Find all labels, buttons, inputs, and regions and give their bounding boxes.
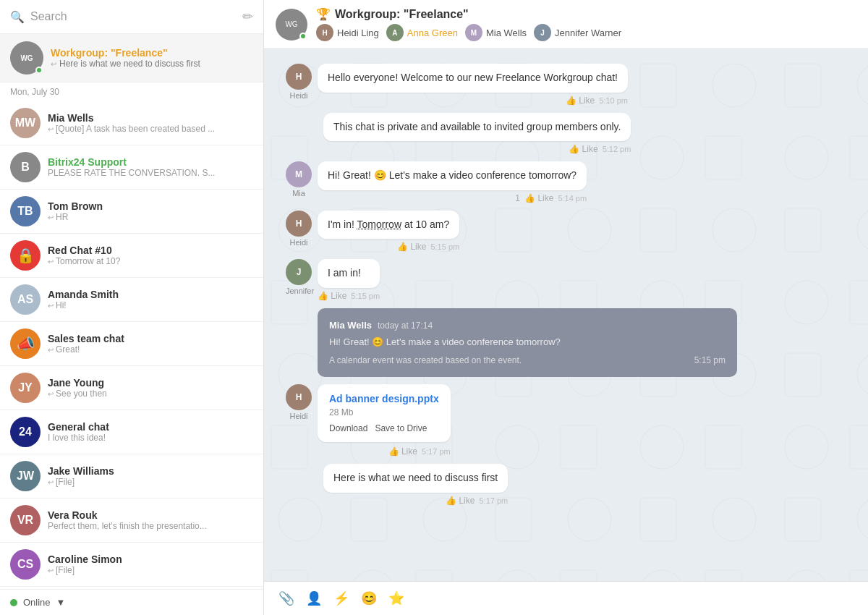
- msg-avatar: H: [286, 384, 312, 410]
- chat-area: WG 🏆 Workgroup: "Freelance" H Heidi Ling…: [264, 0, 868, 615]
- msg-meta: 1 👍 Like 5:14 pm: [318, 193, 587, 203]
- chat-info: Amanda Smith ↩Hi!: [48, 289, 253, 310]
- search-input[interactable]: Search: [30, 10, 237, 23]
- emoji-icon[interactable]: 😊: [361, 590, 377, 606]
- msg-meta: 👍 Like 5:15 pm: [318, 291, 380, 301]
- like-button[interactable]: 👍 Like: [397, 242, 426, 252]
- quoted-footer-text: A calendar event was created based on th…: [329, 354, 522, 367]
- like-button[interactable]: 👍 Like: [524, 193, 553, 203]
- workgroup-title: 🏆 Workgroup: "Freelance": [316, 7, 621, 21]
- chat-list-item[interactable]: AS Amanda Smith ↩Hi!: [0, 278, 263, 322]
- sidebar-footer: Online ▼: [0, 589, 263, 615]
- msg-bubble: Hello everyone! Welcome to our new Freel…: [318, 64, 628, 93]
- star-icon[interactable]: ⭐: [388, 590, 404, 606]
- chat-input-area: 📎 👤 ⚡ 😊 ⭐: [264, 581, 868, 615]
- chat-preview: ↩[Quote] A task has been created based .…: [48, 124, 253, 134]
- chat-list-item[interactable]: 24 General chat I love this idea!: [0, 410, 263, 454]
- compose-icon[interactable]: ✏: [242, 9, 253, 25]
- chat-list-item[interactable]: 🔒 Red Chat #10 ↩Tomorrow at 10?: [0, 234, 263, 278]
- member-item: J Jennifer Warner: [534, 24, 621, 41]
- chat-name: Amanda Smith: [48, 289, 253, 300]
- msg-text: Hello everyone! Welcome to our new Freel…: [328, 72, 618, 83]
- message-row: H Heidi I'm in! Tomorrow at 10 am? 👍 Lik…: [286, 211, 846, 253]
- quoted-footer: A calendar event was created based on th…: [329, 354, 726, 367]
- msg-content: This chat is private and available to in…: [323, 113, 631, 155]
- search-icon: 🔍: [10, 10, 25, 24]
- reply-icon: ↩: [51, 60, 56, 68]
- chat-name: Bitrix24 Support: [48, 156, 253, 168]
- chat-info: Vera Rouk Perfect them, let's finish the…: [48, 509, 253, 531]
- msg-bubble: Here is what we need to discuss first: [323, 464, 508, 493]
- command-icon[interactable]: ⚡: [333, 590, 349, 606]
- like-button[interactable]: 👍 Like: [388, 446, 417, 457]
- members-list: H Heidi Ling A Anna Green M Mia Wells J …: [316, 24, 621, 41]
- message-row: H Heidi Hello everyone! Welcome to our n…: [286, 64, 846, 106]
- chat-preview: ↩Hi!: [48, 300, 253, 310]
- like-button[interactable]: 👍 Like: [569, 144, 597, 154]
- file-bubble: Ad banner design.pptx 28 Mb Download Sav…: [318, 384, 451, 442]
- active-chat-online-dot: [35, 67, 43, 74]
- status-dropdown-arrow[interactable]: ▼: [56, 597, 66, 608]
- member-avatar: H: [316, 24, 333, 41]
- member-item: M Mia Wells: [465, 24, 527, 41]
- chat-list-item[interactable]: B Bitrix24 Support PLEASE RATE THE CONVE…: [0, 145, 263, 190]
- file-name: Ad banner design.pptx: [329, 393, 439, 404]
- chat-list-item[interactable]: JY Jane Young ↩See you then: [0, 366, 263, 410]
- mention-icon[interactable]: 👤: [306, 590, 322, 606]
- msg-meta: 👍 Like 5:15 pm: [318, 242, 459, 252]
- quoted-block: Mia Wells today at 17:14 Hi! Great! 😊 Le…: [318, 308, 737, 377]
- member-name: Jennifer Warner: [555, 27, 621, 38]
- msg-avatar: J: [286, 259, 312, 285]
- file-meta: 👍 Like 5:17 pm: [318, 446, 451, 457]
- msg-time: 5:15 pm: [430, 242, 459, 251]
- workgroup-title-text: Workgroup: "Freelance": [335, 8, 469, 21]
- chat-list-item[interactable]: 📣 Sales team chat ↩Great!: [0, 322, 263, 366]
- msg-text: I'm in! Tomorrow at 10 am?: [328, 219, 449, 230]
- attach-icon[interactable]: 📎: [278, 590, 294, 606]
- file-actions: Download Save to Drive: [329, 423, 439, 433]
- quoted-msg-time: 5:15 pm: [694, 354, 726, 367]
- online-status-dot: [10, 599, 17, 606]
- msg-avatar: M: [286, 161, 312, 187]
- msg-meta: 👍 Like 5:12 pm: [323, 144, 631, 154]
- msg-avatar-col: H Heidi: [286, 384, 312, 420]
- chat-header: WG 🏆 Workgroup: "Freelance" H Heidi Ling…: [264, 0, 868, 49]
- search-bar: 🔍 Search ✏: [0, 0, 263, 34]
- member-avatar: A: [386, 24, 404, 41]
- chat-header-avatar: WG: [276, 9, 307, 41]
- msg-avatar-label: Mia: [286, 189, 312, 198]
- msg-avatar-col: M Mia: [286, 161, 312, 198]
- download-button[interactable]: Download: [329, 423, 367, 433]
- chat-name: Mia Wells: [48, 112, 253, 124]
- message-row: J Jennifer I am in! 👍 Like 5:15 pm: [286, 259, 846, 301]
- active-chat-item[interactable]: WG Workgroup: "Freelance" ↩ Here is what…: [0, 34, 263, 82]
- chat-list-item[interactable]: TB Tom Brown ↩HR: [0, 190, 263, 234]
- msg-time: 5:10 pm: [599, 96, 628, 105]
- msg-time: 5:14 pm: [558, 194, 587, 203]
- chat-list-item[interactable]: VR Vera Rouk Perfect them, let's finish …: [0, 499, 263, 543]
- msg-time: 5:15 pm: [351, 292, 380, 300]
- chat-list-item[interactable]: MW Mia Wells ↩[Quote] A task has been cr…: [0, 101, 263, 145]
- chat-list-item[interactable]: CS Caroline Simon ↩[File]: [0, 543, 263, 587]
- messages-area: H Heidi Hello everyone! Welcome to our n…: [264, 49, 868, 581]
- chat-list-item[interactable]: JW Jake Williams ↩[File]: [0, 454, 263, 499]
- msg-content: Hi! Great! 😊 Let's make a video conferen…: [318, 161, 587, 203]
- chat-name: Jane Young: [48, 377, 253, 389]
- chat-info: Tom Brown ↩HR: [48, 200, 253, 222]
- like-button[interactable]: 👍 Like: [446, 496, 475, 506]
- quoted-header: Mia Wells today at 17:14: [329, 318, 726, 333]
- date-divider: Mon, July 30: [0, 82, 263, 101]
- chat-preview: ↩Great!: [48, 344, 253, 355]
- save-to-drive-button[interactable]: Save to Drive: [375, 423, 427, 433]
- msg-bubble: I am in!: [318, 259, 380, 288]
- chat-name: Tom Brown: [48, 200, 253, 212]
- active-chat-preview: ↩ Here is what we need to discuss first: [51, 59, 200, 69]
- member-avatar: M: [465, 24, 482, 41]
- like-button[interactable]: 👍 Like: [318, 291, 346, 301]
- chat-name: Vera Rouk: [48, 509, 253, 521]
- msg-content: Hello everyone! Welcome to our new Freel…: [318, 64, 628, 106]
- msg-time: 5:17 pm: [479, 496, 508, 505]
- header-online-dot: [299, 33, 307, 40]
- like-button[interactable]: 👍 Like: [566, 96, 595, 106]
- chat-preview: ↩[File]: [48, 565, 253, 575]
